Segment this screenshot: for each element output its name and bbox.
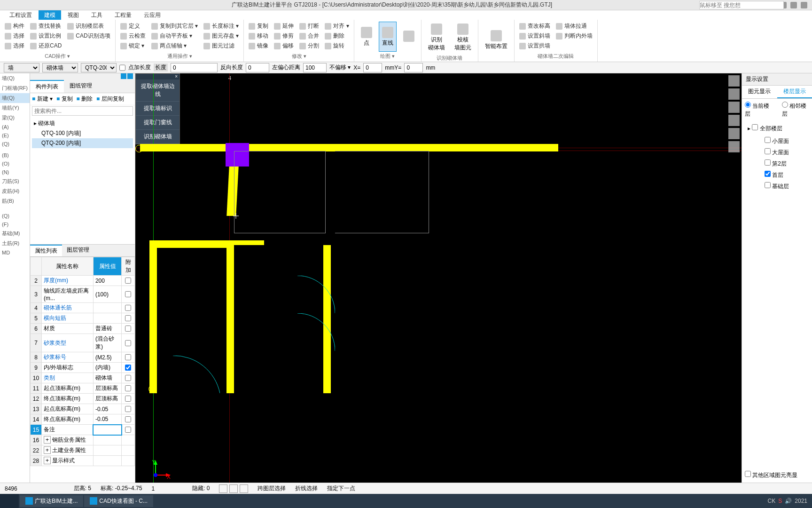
- mid-tab[interactable]: 构件列表: [30, 80, 64, 93]
- ribbon-item[interactable]: 移动: [248, 32, 269, 40]
- ribbon-item[interactable]: 两点辅轴 ▾: [150, 41, 199, 50]
- ribbon-big[interactable]: 识别 砌体墙: [425, 22, 448, 54]
- ribbon-item[interactable]: 偏移: [273, 41, 295, 50]
- property-row[interactable]: 3轴线距左墙皮距离(m...(100): [31, 286, 135, 303]
- type-select[interactable]: 砌体墙: [42, 63, 78, 72]
- property-row[interactable]: 16+钢筋业务属性: [31, 435, 135, 445]
- property-row[interactable]: 13起点底标高(m)-0.05: [31, 404, 135, 414]
- rotate-icon[interactable]: [728, 128, 740, 139]
- floor-check[interactable]: 第2层: [755, 158, 808, 169]
- ribbon-item[interactable]: 查找替换: [29, 22, 62, 31]
- ribbon-item[interactable]: 还原CAD: [29, 41, 62, 50]
- nav-item[interactable]: (E): [0, 131, 30, 140]
- ribbon-item[interactable]: 图元过滤: [203, 41, 240, 50]
- ribbon-item[interactable]: 复制到其它层 ▾: [150, 22, 199, 31]
- nav-item[interactable]: 墙(Q): [0, 93, 30, 103]
- tool-button[interactable]: ■ 复制: [56, 95, 73, 103]
- ribbon-item[interactable]: 查改标高: [518, 22, 551, 31]
- ribbon-item[interactable]: 长度标注 ▾: [203, 22, 240, 31]
- grid-icon[interactable]: [728, 141, 740, 152]
- context-item[interactable]: 识别砌体墙: [136, 130, 180, 144]
- ribbon-item[interactable]: 识别楼层表: [66, 22, 111, 31]
- ribbon-item[interactable]: 云检查: [119, 32, 147, 40]
- ribbon-item[interactable]: 设置拱墙: [518, 41, 551, 50]
- component-search[interactable]: [32, 106, 133, 116]
- nav-item[interactable]: 门框墙(RF): [0, 83, 30, 93]
- ribbon-item[interactable]: 构件: [4, 22, 25, 31]
- drawing-canvas[interactable]: × 提取砌体墙边线提取墙标识提取门窗线识别砌体墙 4: [135, 73, 742, 497]
- property-row[interactable]: 10类别砌体墙: [31, 373, 135, 383]
- ribbon-item[interactable]: 选择: [4, 41, 25, 50]
- y-input[interactable]: [404, 63, 423, 72]
- list-icon[interactable]: [127, 73, 133, 79]
- global-search[interactable]: [699, 1, 784, 9]
- ribbon-item[interactable]: 打断: [298, 22, 320, 31]
- taskbar-task[interactable]: CAD快速看图 - C...: [84, 495, 153, 507]
- next-point-button[interactable]: 指定下一点: [327, 484, 355, 492]
- category-select[interactable]: 墙: [4, 63, 39, 72]
- tool-button[interactable]: ■ 删除: [77, 95, 93, 103]
- property-row[interactable]: 5横向短筋: [31, 313, 135, 324]
- nav-item[interactable]: (O): [0, 159, 30, 168]
- view-icon[interactable]: [728, 102, 740, 113]
- nav-item[interactable]: (A): [0, 123, 30, 131]
- property-row[interactable]: 6材质普通砖: [31, 324, 135, 334]
- ribbon-big[interactable]: 直线: [379, 22, 397, 52]
- ortho-icon[interactable]: [229, 484, 238, 493]
- floor-check[interactable]: 首层: [755, 169, 808, 181]
- snap-icon[interactable]: [219, 484, 227, 493]
- highlight-check[interactable]: [745, 471, 751, 477]
- floor-check[interactable]: 基础层: [755, 181, 808, 192]
- ribbon-item[interactable]: 图元存盘 ▾: [203, 32, 240, 40]
- ribbon-item[interactable]: 设置斜墙: [518, 32, 551, 40]
- ribbon-item[interactable]: 选择: [4, 32, 25, 40]
- ribbon-item[interactable]: 设置比例: [29, 32, 62, 40]
- property-row[interactable]: 14终点底标高(m)-0.05: [31, 414, 135, 425]
- polyline-button[interactable]: 折线选择: [295, 484, 318, 492]
- ribbon-big[interactable]: [400, 22, 417, 52]
- tool-button[interactable]: ■ 新建 ▾: [32, 95, 53, 103]
- ribbon-item[interactable]: 镜像: [248, 41, 269, 50]
- nav-item[interactable]: (Q): [0, 140, 30, 148]
- prop-tab[interactable]: 图层管理: [62, 245, 94, 256]
- taskbar-task[interactable]: 广联达BIM土建...: [20, 495, 83, 507]
- nav-item[interactable]: MD: [0, 248, 30, 257]
- context-item[interactable]: 提取墙标识: [136, 102, 180, 116]
- ribbon-item[interactable]: 对齐 ▾: [324, 22, 350, 31]
- floor-check[interactable]: 小屋面: [755, 135, 808, 147]
- nav-item[interactable]: (N): [0, 168, 30, 176]
- pan-icon[interactable]: [728, 75, 740, 87]
- ribbon-big[interactable]: 智能布置: [482, 22, 510, 59]
- right-tab[interactable]: 图元显示: [742, 86, 777, 98]
- property-row[interactable]: 2厚度(mm)200: [31, 276, 135, 286]
- menu-tab-1[interactable]: 建模: [39, 10, 61, 20]
- ribbon-big[interactable]: 校核 墙图元: [452, 22, 474, 54]
- tree-item[interactable]: QTQ-100 [内墙]: [32, 128, 133, 138]
- property-row[interactable]: 12终点顶标高(m)层顶标高: [31, 394, 135, 404]
- menu-tab-5[interactable]: 云应用: [138, 10, 166, 20]
- tool-button[interactable]: ■ 层间复制: [96, 95, 124, 103]
- nav-item[interactable]: (B): [0, 151, 30, 159]
- ribbon-item[interactable]: 合并: [298, 32, 320, 40]
- ribbon-item[interactable]: 复制: [248, 22, 269, 31]
- nav-item[interactable]: (Q): [0, 212, 30, 220]
- prop-tab[interactable]: 属性列表: [30, 245, 62, 256]
- x-input[interactable]: [363, 63, 382, 72]
- ribbon-item[interactable]: 定义: [119, 22, 147, 31]
- menu-tab-3[interactable]: 工具: [86, 10, 108, 20]
- grid-snap-icon[interactable]: [240, 484, 248, 493]
- nav-item[interactable]: 基础(M): [0, 229, 30, 238]
- nav-item[interactable]: 墙(Q): [0, 73, 30, 83]
- property-row[interactable]: 8砂浆标号(M2.5): [31, 352, 135, 363]
- menu-tab-0[interactable]: 工程设置: [4, 10, 38, 20]
- ribbon-item[interactable]: 墙体拉通: [555, 22, 593, 31]
- nav-item[interactable]: (F): [0, 220, 30, 229]
- context-item[interactable]: 提取砌体墙边线: [136, 79, 180, 102]
- ribbon-item[interactable]: CAD识别选项: [66, 32, 111, 40]
- ribbon-item[interactable]: 旋转: [324, 41, 350, 50]
- ribbon-item[interactable]: 删除: [324, 32, 350, 40]
- ribbon-item[interactable]: 延伸: [273, 22, 295, 31]
- nav-item[interactable]: 皮筋(H): [0, 186, 30, 196]
- cross-layer-button[interactable]: 跨图层选择: [258, 484, 286, 492]
- length-input[interactable]: [171, 63, 218, 72]
